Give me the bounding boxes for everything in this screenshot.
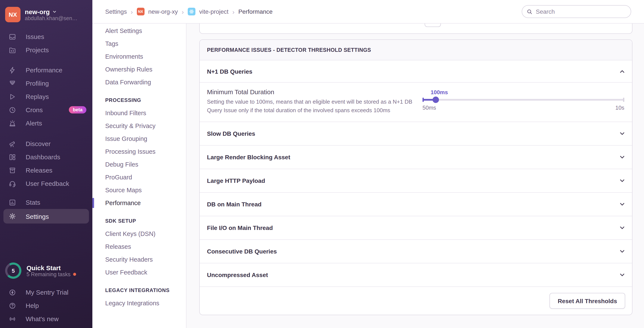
sidebar-item-releases[interactable]: Releases <box>0 163 92 177</box>
settings-nav-item-alert-settings[interactable]: Alert Settings <box>92 24 186 37</box>
settings-nav-item-client-keys[interactable]: Client Keys (DSN) <box>92 227 186 240</box>
chevron-up-icon <box>619 68 625 74</box>
slider-min-label: 50ms <box>422 104 436 111</box>
breadcrumb-project[interactable]: vite-project <box>199 8 228 15</box>
sidebar-item-issues[interactable]: Issues <box>0 30 92 43</box>
sidebar-item-alerts[interactable]: Alerts <box>0 116 92 130</box>
detector-row-large-http-payload[interactable]: Large HTTP Payload <box>200 169 632 192</box>
detector-name: File I/O on Main Thread <box>207 224 273 231</box>
detector-row-uncompressed-asset[interactable]: Uncompressed Asset <box>200 263 632 286</box>
sidebar-item-discover[interactable]: Discover <box>0 137 92 150</box>
settings-nav-item-issue-grouping[interactable]: Issue Grouping <box>92 132 186 145</box>
detector-name: N+1 DB Queries <box>207 68 252 75</box>
sidebar-item-performance[interactable]: Performance <box>0 63 92 77</box>
sidebar-item-stats[interactable]: Stats <box>0 196 92 209</box>
sidebar-item-label: Settings <box>26 213 49 220</box>
settings-nav-item-environments[interactable]: Environments <box>92 50 186 63</box>
sidebar-item-my-sentry-trial[interactable]: My Sentry Trial <box>0 286 92 299</box>
detector-name: Slow DB Queries <box>207 130 255 137</box>
settings-nav-label: Inbound Filters <box>105 110 146 116</box>
detector-row-n-plus-one[interactable]: N+1 DB Queries <box>200 60 632 82</box>
org-email: abdullah.khan@sen… <box>25 15 78 21</box>
detector-name: DB on Main Thread <box>207 201 262 208</box>
settings-nav-item-releases[interactable]: Releases <box>92 240 186 253</box>
user-feedback-icon <box>8 180 16 187</box>
breadcrumb-settings[interactable]: Settings <box>105 8 127 15</box>
settings-nav-group-header: LEGACY INTEGRATIONS <box>92 284 186 297</box>
sidebar-item-profiling[interactable]: Profiling <box>0 77 92 90</box>
sidebar-item-label: Dashboards <box>26 153 60 160</box>
org-name: new-org <box>25 8 50 15</box>
breadcrumb-separator: › <box>182 8 184 15</box>
org-switcher[interactable]: NX new-org abdullah.khan@sen… <box>0 0 92 22</box>
breadcrumb-org[interactable]: new-org-xy <box>148 8 178 15</box>
threshold-setting-row: Minimum Total Duration Setting the value… <box>200 82 632 122</box>
sidebar-item-help[interactable]: Help <box>0 299 92 312</box>
settings-nav-item-performance[interactable]: Performance <box>92 197 186 209</box>
settings-nav-label: Environments <box>105 53 143 60</box>
settings-nav-label: Security & Privacy <box>105 122 156 129</box>
settings-nav-label: Issue Grouping <box>105 135 147 142</box>
chevron-down-icon <box>619 201 625 207</box>
settings-nav-item-source-maps[interactable]: Source Maps <box>92 184 186 197</box>
sidebar-item-label: Projects <box>26 46 49 54</box>
active-indicator <box>92 198 94 208</box>
slider-thumb[interactable] <box>432 97 439 103</box>
panel-footer: Reset All Thresholds <box>200 286 632 315</box>
sidebar-item-crons[interactable]: Crons beta <box>0 103 92 116</box>
sidebar-item-user-feedback[interactable]: User Feedback <box>0 177 92 190</box>
replays-icon <box>8 93 16 100</box>
detector-name: Consecutive DB Queries <box>207 248 277 255</box>
breadcrumb-current-page[interactable]: Performance <box>238 8 272 15</box>
org-badge: NX <box>137 8 144 16</box>
settings-nav-label: Security Headers <box>105 256 153 263</box>
settings-nav-item-data-forwarding[interactable]: Data Forwarding <box>92 76 186 89</box>
help-icon <box>8 302 16 309</box>
search-input[interactable] <box>536 8 626 15</box>
detector-name: Uncompressed Asset <box>207 271 268 278</box>
settings-nav-label: Data Forwarding <box>105 79 151 86</box>
sidebar-item-label: Issues <box>26 33 44 40</box>
settings-nav-item-legacy-integrations[interactable]: Legacy Integrations <box>92 297 186 309</box>
settings-nav-item-security-headers[interactable]: Security Headers <box>92 253 186 266</box>
detector-row-large-render-blocking-asset[interactable]: Large Render Blocking Asset <box>200 145 632 169</box>
settings-nav-label: Client Keys (DSN) <box>105 230 156 237</box>
settings-nav-item-processing-issues[interactable]: Processing Issues <box>92 145 186 158</box>
sidebar-item-replays[interactable]: Replays <box>0 90 92 103</box>
settings-nav-item-security-privacy[interactable]: Security & Privacy <box>92 119 186 132</box>
detector-row-consecutive-db-queries[interactable]: Consecutive DB Queries <box>200 239 632 263</box>
settings-nav-item-inbound-filters[interactable]: Inbound Filters <box>92 107 186 119</box>
settings-nav-item-tags[interactable]: Tags <box>92 37 186 50</box>
chevron-down-icon <box>619 178 625 184</box>
settings-nav-label: Legacy Integrations <box>105 300 159 306</box>
sidebar-item-dashboards[interactable]: Dashboards <box>0 150 92 163</box>
reset-all-thresholds-button[interactable]: Reset All Thresholds <box>550 293 626 309</box>
settings-nav-item-proguard[interactable]: ProGuard <box>92 171 186 184</box>
sidebar-item-label: Releases <box>26 167 52 174</box>
performance-icon <box>8 66 16 74</box>
broadcast-icon <box>8 315 16 323</box>
slider-track[interactable] <box>422 99 624 101</box>
sidebar-item-whats-new[interactable]: What's new <box>0 312 92 325</box>
detector-row-slow-db-queries[interactable]: Slow DB Queries <box>200 122 632 145</box>
sidebar-item-label: Replays <box>26 93 49 100</box>
setting-description: Setting the value to 100ms, means that a… <box>207 98 413 114</box>
previous-section-card-partial <box>199 24 632 34</box>
settings-nav-label: Source Maps <box>105 187 142 194</box>
settings-nav-item-debug-files[interactable]: Debug Files <box>92 158 186 171</box>
quick-start-count: 5 <box>7 265 19 277</box>
search-box[interactable] <box>522 5 631 18</box>
detector-row-db-on-main-thread[interactable]: DB on Main Thread <box>200 192 632 216</box>
sidebar-item-settings[interactable]: Settings <box>4 209 89 224</box>
sidebar-item-projects[interactable]: Projects <box>0 43 92 57</box>
detector-row-file-io-on-main-thread[interactable]: File I/O on Main Thread <box>200 216 632 239</box>
chevron-down-icon <box>52 9 57 14</box>
settings-nav-item-user-feedback[interactable]: User Feedback <box>92 266 186 279</box>
settings-nav-item-ownership-rules[interactable]: Ownership Rules <box>92 63 186 76</box>
settings-nav-group-header: SDK SETUP <box>92 215 186 227</box>
slider-max-label: 10s <box>615 104 624 111</box>
quick-start-subtitle: 5 Remaining tasks <box>26 271 70 277</box>
threshold-slider: 100ms 50ms 10s <box>422 83 624 122</box>
quick-start[interactable]: 5 Quick Start 5 Remaining tasks <box>0 262 92 279</box>
issues-icon <box>8 33 16 41</box>
